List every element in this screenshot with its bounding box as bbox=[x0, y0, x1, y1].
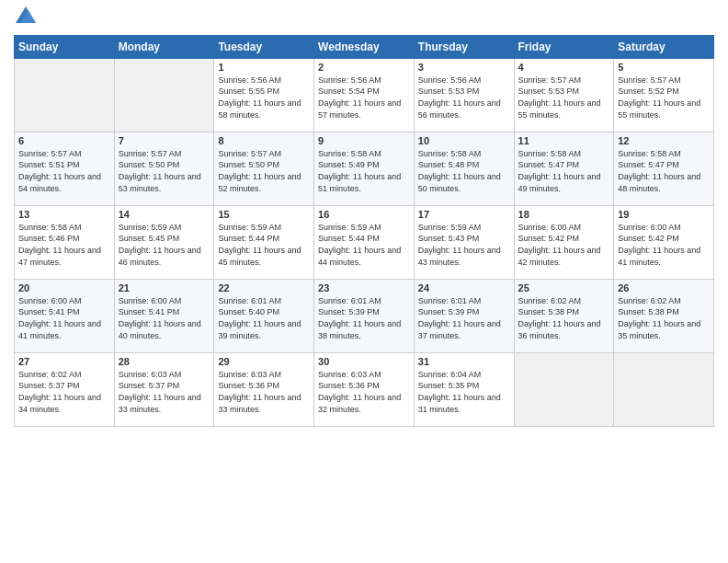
day-number: 5 bbox=[618, 62, 710, 73]
day-number: 1 bbox=[218, 62, 310, 73]
weekday-thursday: Thursday bbox=[414, 35, 514, 58]
day-info: Sunrise: 6:03 AM Sunset: 5:36 PM Dayligh… bbox=[318, 369, 410, 415]
day-number: 14 bbox=[119, 209, 210, 220]
day-info: Sunrise: 5:57 AM Sunset: 5:53 PM Dayligh… bbox=[518, 75, 610, 121]
day-info: Sunrise: 5:58 AM Sunset: 5:49 PM Dayligh… bbox=[318, 148, 410, 194]
day-number: 13 bbox=[18, 209, 110, 220]
day-number: 11 bbox=[518, 135, 610, 146]
calendar-cell bbox=[15, 58, 115, 132]
week-row-3: 13Sunrise: 5:58 AM Sunset: 5:46 PM Dayli… bbox=[15, 205, 714, 279]
calendar-cell: 14Sunrise: 5:59 AM Sunset: 5:45 PM Dayli… bbox=[114, 205, 214, 279]
day-number: 4 bbox=[518, 62, 610, 73]
day-info: Sunrise: 6:00 AM Sunset: 5:41 PM Dayligh… bbox=[18, 295, 110, 341]
day-number: 20 bbox=[18, 282, 110, 293]
day-info: Sunrise: 5:57 AM Sunset: 5:51 PM Dayligh… bbox=[18, 148, 110, 194]
calendar-cell: 30Sunrise: 6:03 AM Sunset: 5:36 PM Dayli… bbox=[314, 352, 415, 426]
day-info: Sunrise: 5:57 AM Sunset: 5:50 PM Dayligh… bbox=[119, 148, 210, 194]
day-info: Sunrise: 6:03 AM Sunset: 5:37 PM Dayligh… bbox=[119, 369, 210, 415]
calendar-cell: 23Sunrise: 6:01 AM Sunset: 5:39 PM Dayli… bbox=[314, 279, 415, 352]
calendar-cell: 16Sunrise: 5:59 AM Sunset: 5:44 PM Dayli… bbox=[314, 205, 415, 279]
calendar-cell: 12Sunrise: 5:58 AM Sunset: 5:47 PM Dayli… bbox=[614, 132, 714, 205]
calendar-cell: 29Sunrise: 6:03 AM Sunset: 5:36 PM Dayli… bbox=[214, 352, 314, 426]
day-info: Sunrise: 6:02 AM Sunset: 5:37 PM Dayligh… bbox=[18, 369, 110, 415]
day-number: 3 bbox=[418, 62, 510, 73]
day-info: Sunrise: 6:03 AM Sunset: 5:36 PM Dayligh… bbox=[218, 369, 310, 415]
calendar-cell: 1Sunrise: 5:56 AM Sunset: 5:55 PM Daylig… bbox=[214, 58, 314, 132]
calendar-cell bbox=[114, 58, 214, 132]
calendar-cell: 27Sunrise: 6:02 AM Sunset: 5:37 PM Dayli… bbox=[15, 352, 115, 426]
day-info: Sunrise: 5:56 AM Sunset: 5:54 PM Dayligh… bbox=[318, 75, 410, 121]
calendar-cell: 20Sunrise: 6:00 AM Sunset: 5:41 PM Dayli… bbox=[15, 279, 115, 352]
day-number: 6 bbox=[18, 135, 110, 146]
day-number: 27 bbox=[18, 356, 110, 367]
day-number: 21 bbox=[119, 282, 210, 293]
calendar-cell: 17Sunrise: 5:59 AM Sunset: 5:43 PM Dayli… bbox=[414, 205, 514, 279]
day-info: Sunrise: 6:00 AM Sunset: 5:42 PM Dayligh… bbox=[618, 222, 710, 268]
weekday-friday: Friday bbox=[514, 35, 614, 58]
calendar-cell: 31Sunrise: 6:04 AM Sunset: 5:35 PM Dayli… bbox=[414, 352, 514, 426]
day-info: Sunrise: 5:56 AM Sunset: 5:55 PM Dayligh… bbox=[218, 75, 310, 121]
day-info: Sunrise: 5:59 AM Sunset: 5:44 PM Dayligh… bbox=[318, 222, 410, 268]
day-number: 12 bbox=[618, 135, 710, 146]
calendar-cell: 24Sunrise: 6:01 AM Sunset: 5:39 PM Dayli… bbox=[414, 279, 514, 352]
week-row-1: 1Sunrise: 5:56 AM Sunset: 5:55 PM Daylig… bbox=[15, 58, 714, 132]
day-info: Sunrise: 5:58 AM Sunset: 5:48 PM Dayligh… bbox=[418, 148, 510, 194]
calendar-cell: 22Sunrise: 6:01 AM Sunset: 5:40 PM Dayli… bbox=[214, 279, 314, 352]
day-info: Sunrise: 6:00 AM Sunset: 5:42 PM Dayligh… bbox=[518, 222, 610, 268]
day-info: Sunrise: 5:58 AM Sunset: 5:47 PM Dayligh… bbox=[518, 148, 610, 194]
day-info: Sunrise: 5:59 AM Sunset: 5:45 PM Dayligh… bbox=[119, 222, 210, 268]
day-info: Sunrise: 5:59 AM Sunset: 5:44 PM Dayligh… bbox=[218, 222, 310, 268]
calendar-cell: 2Sunrise: 5:56 AM Sunset: 5:54 PM Daylig… bbox=[314, 58, 415, 132]
logo-icon bbox=[16, 6, 36, 23]
calendar-cell: 8Sunrise: 5:57 AM Sunset: 5:50 PM Daylig… bbox=[214, 132, 314, 205]
day-info: Sunrise: 5:58 AM Sunset: 5:46 PM Dayligh… bbox=[18, 222, 110, 268]
calendar-cell: 15Sunrise: 5:59 AM Sunset: 5:44 PM Dayli… bbox=[214, 205, 314, 279]
day-info: Sunrise: 6:01 AM Sunset: 5:40 PM Dayligh… bbox=[218, 295, 310, 341]
day-info: Sunrise: 5:59 AM Sunset: 5:43 PM Dayligh… bbox=[418, 222, 510, 268]
calendar-cell: 21Sunrise: 6:00 AM Sunset: 5:41 PM Dayli… bbox=[114, 279, 214, 352]
calendar-cell: 11Sunrise: 5:58 AM Sunset: 5:47 PM Dayli… bbox=[514, 132, 614, 205]
calendar-cell: 9Sunrise: 5:58 AM Sunset: 5:49 PM Daylig… bbox=[314, 132, 415, 205]
day-number: 23 bbox=[318, 282, 410, 293]
weekday-header-row: SundayMondayTuesdayWednesdayThursdayFrid… bbox=[15, 35, 714, 58]
day-number: 16 bbox=[318, 209, 410, 220]
day-number: 2 bbox=[318, 62, 410, 73]
calendar-cell: 13Sunrise: 5:58 AM Sunset: 5:46 PM Dayli… bbox=[15, 205, 115, 279]
day-number: 8 bbox=[218, 135, 310, 146]
day-info: Sunrise: 5:58 AM Sunset: 5:47 PM Dayligh… bbox=[618, 148, 710, 194]
day-number: 22 bbox=[218, 282, 310, 293]
day-info: Sunrise: 5:57 AM Sunset: 5:50 PM Dayligh… bbox=[218, 148, 310, 194]
day-number: 24 bbox=[418, 282, 510, 293]
day-number: 18 bbox=[518, 209, 610, 220]
day-number: 26 bbox=[618, 282, 710, 293]
day-info: Sunrise: 6:02 AM Sunset: 5:38 PM Dayligh… bbox=[518, 295, 610, 341]
day-number: 7 bbox=[119, 135, 210, 146]
day-number: 29 bbox=[218, 356, 310, 367]
calendar-cell: 18Sunrise: 6:00 AM Sunset: 5:42 PM Dayli… bbox=[514, 205, 614, 279]
page: SundayMondayTuesdayWednesdayThursdayFrid… bbox=[0, 0, 728, 563]
day-number: 15 bbox=[218, 209, 310, 220]
day-number: 10 bbox=[418, 135, 510, 146]
calendar-cell: 26Sunrise: 6:02 AM Sunset: 5:38 PM Dayli… bbox=[614, 279, 714, 352]
calendar-cell: 7Sunrise: 5:57 AM Sunset: 5:50 PM Daylig… bbox=[114, 132, 214, 205]
weekday-saturday: Saturday bbox=[614, 35, 714, 58]
header bbox=[14, 9, 714, 28]
day-number: 17 bbox=[418, 209, 510, 220]
week-row-4: 20Sunrise: 6:00 AM Sunset: 5:41 PM Dayli… bbox=[15, 279, 714, 352]
calendar-cell: 5Sunrise: 5:57 AM Sunset: 5:52 PM Daylig… bbox=[614, 58, 714, 132]
calendar-cell bbox=[514, 352, 614, 426]
calendar-cell: 3Sunrise: 5:56 AM Sunset: 5:53 PM Daylig… bbox=[414, 58, 514, 132]
week-row-5: 27Sunrise: 6:02 AM Sunset: 5:37 PM Dayli… bbox=[15, 352, 714, 426]
weekday-monday: Monday bbox=[114, 35, 214, 58]
day-number: 25 bbox=[518, 282, 610, 293]
day-number: 31 bbox=[418, 356, 510, 367]
calendar-cell: 6Sunrise: 5:57 AM Sunset: 5:51 PM Daylig… bbox=[15, 132, 115, 205]
day-info: Sunrise: 5:56 AM Sunset: 5:53 PM Dayligh… bbox=[418, 75, 510, 121]
day-info: Sunrise: 6:04 AM Sunset: 5:35 PM Dayligh… bbox=[418, 369, 510, 415]
calendar-cell: 4Sunrise: 5:57 AM Sunset: 5:53 PM Daylig… bbox=[514, 58, 614, 132]
calendar-cell bbox=[614, 352, 714, 426]
day-info: Sunrise: 6:01 AM Sunset: 5:39 PM Dayligh… bbox=[318, 295, 410, 341]
calendar-cell: 19Sunrise: 6:00 AM Sunset: 5:42 PM Dayli… bbox=[614, 205, 714, 279]
day-number: 19 bbox=[618, 209, 710, 220]
weekday-tuesday: Tuesday bbox=[214, 35, 314, 58]
